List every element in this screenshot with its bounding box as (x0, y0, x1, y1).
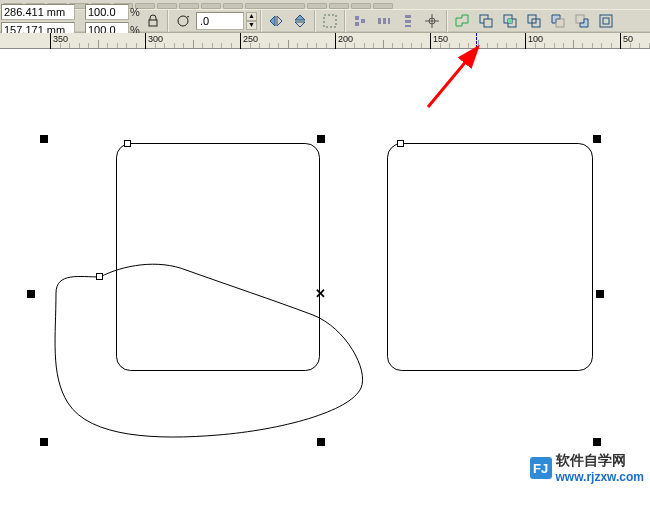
svg-rect-19 (508, 19, 512, 23)
watermark: FJ 软件自学网 www.rjzxw.com (530, 452, 644, 484)
scale-x-input[interactable] (85, 4, 129, 20)
selection-handle-br[interactable] (593, 438, 601, 446)
watermark-logo: FJ (530, 457, 552, 479)
selection-center-mark: ✕ (315, 289, 326, 299)
mirror-vertical-button[interactable] (289, 10, 311, 32)
svg-rect-25 (603, 18, 609, 24)
position-x-input[interactable] (1, 4, 75, 20)
svg-rect-8 (388, 18, 390, 24)
svg-point-1 (178, 16, 188, 26)
rotation-input[interactable] (196, 12, 244, 30)
spin-up[interactable]: ▲ (246, 12, 257, 21)
svg-rect-5 (361, 19, 365, 23)
svg-rect-0 (149, 20, 157, 26)
back-minus-front-button[interactable] (571, 10, 593, 32)
svg-rect-3 (355, 16, 359, 20)
intersect-button[interactable] (499, 10, 521, 32)
selection-handle-ml[interactable] (27, 290, 35, 298)
watermark-text-cn: 软件自学网 (556, 452, 644, 470)
svg-rect-22 (556, 19, 564, 27)
selection-handle-bm[interactable] (317, 438, 325, 446)
svg-rect-11 (405, 25, 411, 27)
property-bar: % % ▲ ▼ (0, 0, 650, 33)
distribute-h-button[interactable] (373, 10, 395, 32)
svg-rect-6 (378, 18, 381, 24)
simplify-button[interactable] (523, 10, 545, 32)
drawing-canvas[interactable]: ✕ FJ 软件自学网 www.rjzxw.com (0, 49, 650, 488)
svg-rect-4 (355, 22, 359, 26)
separator (445, 10, 449, 32)
svg-rect-16 (484, 19, 492, 27)
svg-rect-7 (383, 18, 386, 24)
horizontal-ruler: 35030025020015010050 (0, 33, 650, 49)
lock-ratio-button[interactable] (142, 10, 164, 32)
rotation-icon[interactable] (172, 10, 194, 32)
front-minus-back-button[interactable] (547, 10, 569, 32)
rotation-spinner[interactable]: ▲ ▼ (246, 12, 257, 30)
percent-label: % (130, 6, 140, 18)
mirror-horizontal-button[interactable] (265, 10, 287, 32)
svg-rect-9 (405, 15, 411, 18)
snap-button[interactable] (319, 10, 341, 32)
weld-button[interactable] (451, 10, 473, 32)
ruler-cursor-mark (476, 33, 477, 48)
property-row-1: % % ▲ ▼ (0, 9, 650, 32)
create-boundary-button[interactable] (595, 10, 617, 32)
selection-handle-mr[interactable] (596, 290, 604, 298)
separator (259, 10, 263, 32)
annotation-arrow (0, 49, 650, 249)
svg-rect-10 (405, 20, 411, 23)
distribute-v-button[interactable] (397, 10, 419, 32)
separator (166, 10, 170, 32)
separator (313, 10, 317, 32)
svg-rect-24 (600, 15, 612, 27)
spin-down[interactable]: ▼ (246, 21, 257, 30)
selection-handle-bl[interactable] (40, 438, 48, 446)
svg-line-28 (428, 47, 478, 107)
align-center-button[interactable] (421, 10, 443, 32)
svg-rect-23 (576, 15, 584, 23)
watermark-url: www.rjzxw.com (556, 470, 644, 484)
node-marker[interactable] (96, 273, 103, 280)
svg-rect-2 (324, 15, 336, 27)
trim-button[interactable] (475, 10, 497, 32)
separator (343, 10, 347, 32)
align-button[interactable] (349, 10, 371, 32)
